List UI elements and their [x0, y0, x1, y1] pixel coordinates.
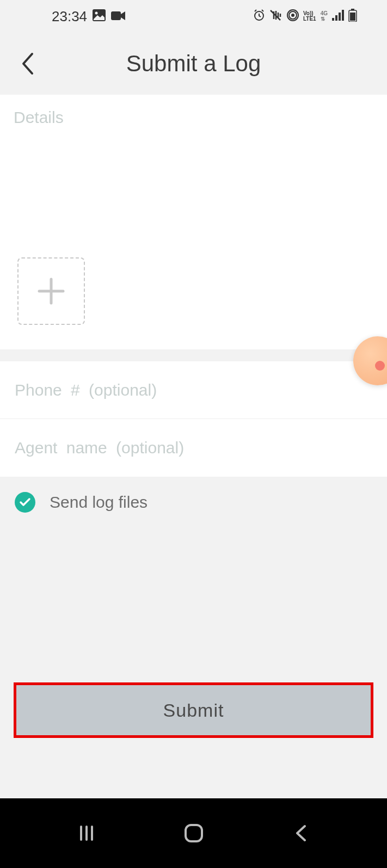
- back-button[interactable]: [16, 53, 38, 75]
- vibrate-icon: [269, 9, 282, 23]
- phone-input[interactable]: [0, 361, 387, 419]
- network-icon: 4G⇅: [321, 11, 328, 22]
- navigation-bar: [0, 798, 387, 868]
- home-icon: [183, 823, 204, 844]
- input-section: [0, 361, 387, 477]
- svg-rect-9: [339, 13, 341, 21]
- details-section: [0, 95, 387, 349]
- check-icon: [19, 497, 31, 507]
- send-log-checkbox-row[interactable]: Send log files: [0, 477, 387, 528]
- plus-icon: [36, 276, 66, 306]
- svg-rect-14: [186, 825, 202, 841]
- alarm-icon: [253, 9, 265, 23]
- checkbox-label: Send log files: [50, 493, 148, 512]
- hotspot-icon: [287, 9, 299, 23]
- video-icon: [111, 8, 125, 25]
- home-button[interactable]: [177, 817, 210, 849]
- separator: [0, 349, 387, 361]
- chevron-left-icon: [20, 52, 34, 76]
- picture-icon: [93, 8, 106, 25]
- add-attachment-button[interactable]: [17, 257, 85, 325]
- submit-highlight: Submit: [14, 682, 373, 738]
- svg-rect-8: [335, 15, 337, 21]
- volte-icon: Vo))LTE1: [303, 11, 316, 22]
- header: Submit a Log: [0, 33, 387, 95]
- agent-name-input[interactable]: [0, 419, 387, 477]
- status-left: 23:34: [52, 8, 125, 25]
- submit-container: Submit: [14, 682, 373, 738]
- status-time: 23:34: [52, 8, 87, 25]
- back-nav-button[interactable]: [285, 817, 317, 849]
- status-bar: 23:34 Vo))LTE1 4G⇅: [0, 0, 387, 33]
- svg-rect-7: [332, 18, 334, 21]
- checkbox-checked: [15, 492, 35, 513]
- recents-button[interactable]: [70, 817, 103, 849]
- svg-rect-13: [350, 13, 355, 21]
- page-title: Submit a Log: [0, 51, 387, 77]
- status-right: Vo))LTE1 4G⇅: [253, 9, 357, 24]
- svg-rect-10: [342, 10, 344, 21]
- signal-icon: [332, 10, 344, 23]
- details-input[interactable]: [14, 108, 373, 255]
- back-nav-icon: [294, 823, 308, 844]
- svg-point-4: [291, 14, 294, 17]
- svg-rect-2: [111, 11, 121, 20]
- submit-button[interactable]: Submit: [16, 685, 371, 735]
- recents-icon: [77, 823, 96, 843]
- battery-icon: [348, 9, 357, 24]
- svg-point-1: [95, 11, 98, 14]
